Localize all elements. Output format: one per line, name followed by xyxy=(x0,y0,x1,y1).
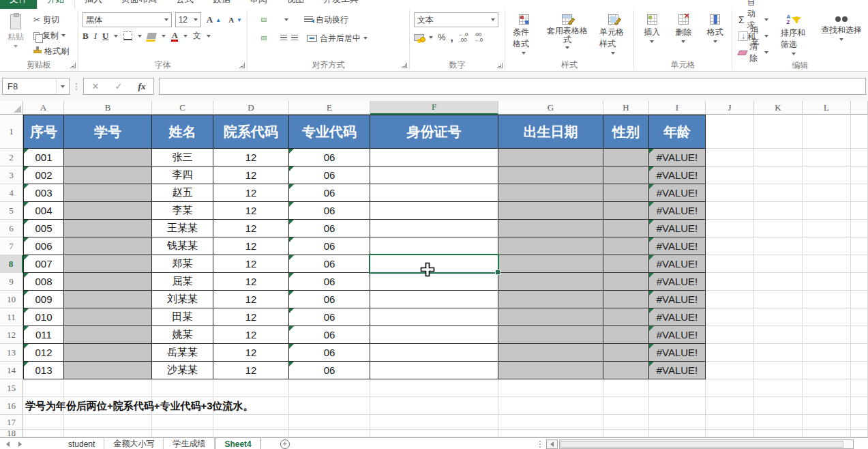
cell-I14[interactable]: #VALUE! xyxy=(649,362,706,379)
cell-A7[interactable]: 006 xyxy=(23,237,64,255)
cell-E13[interactable]: 06 xyxy=(289,344,370,362)
underline-button[interactable]: U xyxy=(102,31,108,42)
grid-cell[interactable] xyxy=(706,415,754,430)
row-header-7[interactable]: 7 xyxy=(0,237,23,255)
cell-I3[interactable]: #VALUE! xyxy=(649,166,706,184)
cell-G13[interactable] xyxy=(498,344,603,362)
cell-F10[interactable] xyxy=(370,291,498,308)
cell-C11[interactable]: 田某 xyxy=(152,308,213,326)
cell-H4[interactable] xyxy=(603,184,649,202)
cell-H1[interactable]: 性别 xyxy=(603,115,649,149)
grid-cell[interactable] xyxy=(803,326,851,344)
row-header-11[interactable]: 11 xyxy=(0,308,23,326)
grid-cell[interactable] xyxy=(803,149,851,166)
scrollbar-resize-handle[interactable] xyxy=(538,441,542,448)
grid-cell[interactable] xyxy=(152,430,213,437)
grid-cell[interactable] xyxy=(706,115,754,149)
cell-A5[interactable]: 004 xyxy=(23,202,64,220)
cell-E3[interactable]: 06 xyxy=(289,166,370,184)
column-header-C[interactable]: C xyxy=(152,101,213,115)
grid-cell[interactable] xyxy=(706,362,754,379)
grid-cell[interactable] xyxy=(649,430,706,437)
grid-cell[interactable] xyxy=(706,430,754,437)
cell-F1[interactable]: 身份证号 xyxy=(370,115,498,149)
row-header-18[interactable]: 18 xyxy=(0,430,23,437)
cell-C14[interactable]: 沙某某 xyxy=(152,362,213,379)
cell-G2[interactable] xyxy=(498,149,603,166)
cell-D4[interactable]: 12 xyxy=(213,184,289,202)
cut-button[interactable]: ✂ 剪切 xyxy=(31,12,71,27)
cell-B12[interactable] xyxy=(64,326,152,344)
grid-cell[interactable] xyxy=(803,291,851,308)
cell-H7[interactable] xyxy=(603,237,649,255)
column-header-D[interactable]: D xyxy=(213,101,289,115)
cell-D14[interactable]: 12 xyxy=(213,362,289,379)
cell-I4[interactable]: #VALUE! xyxy=(649,184,706,202)
cell-E2[interactable]: 06 xyxy=(289,149,370,166)
grid-cell[interactable] xyxy=(851,202,868,220)
cell-C3[interactable]: 李四 xyxy=(152,166,213,184)
cell-H13[interactable] xyxy=(603,344,649,362)
grid-cell[interactable] xyxy=(289,415,370,430)
cell-note-A16[interactable]: 学号为年份后两位+院系代码+专业代码+3位流水。 xyxy=(25,397,254,415)
grow-font-button[interactable]: A▲ xyxy=(205,12,223,27)
grid-cell[interactable] xyxy=(213,430,289,437)
grid-cell[interactable] xyxy=(803,397,851,415)
grid-cell[interactable] xyxy=(754,166,803,184)
cell-D10[interactable]: 12 xyxy=(213,291,289,308)
select-all-corner[interactable] xyxy=(0,101,23,115)
grid-cell[interactable] xyxy=(706,220,754,237)
delete-cells-button[interactable]: 删除 xyxy=(672,12,695,59)
cell-A11[interactable]: 010 xyxy=(23,308,64,326)
grid-cell[interactable] xyxy=(803,430,851,437)
cell-F3[interactable] xyxy=(370,166,498,184)
cell-E14[interactable]: 06 xyxy=(289,362,370,379)
column-header-A[interactable]: A xyxy=(23,101,64,115)
cell-E9[interactable]: 06 xyxy=(289,273,370,291)
cell-H12[interactable] xyxy=(603,326,649,344)
grid-cell[interactable] xyxy=(64,379,152,397)
grid-cell[interactable] xyxy=(851,430,868,437)
cell-D8[interactable]: 12 xyxy=(213,255,289,273)
grid-cell[interactable] xyxy=(803,255,851,273)
shrink-font-button[interactable]: A▼ xyxy=(226,12,244,27)
phonetic-button[interactable]: 文 xyxy=(193,30,201,42)
cell-C9[interactable]: 屈某 xyxy=(152,273,213,291)
column-header-L[interactable]: L xyxy=(803,101,851,115)
cell-H9[interactable] xyxy=(603,273,649,291)
cell-F13[interactable] xyxy=(370,344,498,362)
grid-cell[interactable] xyxy=(754,202,803,220)
sort-filter-button[interactable]: AZ 排序和筛选 xyxy=(777,12,811,60)
grid-cell[interactable] xyxy=(803,344,851,362)
grid-cell[interactable] xyxy=(152,415,213,430)
cell-D2[interactable]: 12 xyxy=(213,149,289,166)
cell-G9[interactable] xyxy=(498,273,603,291)
cell-C5[interactable]: 李某 xyxy=(152,202,213,220)
sheet-tab-amount[interactable]: 金额大小写 xyxy=(104,438,164,449)
cell-G3[interactable] xyxy=(498,166,603,184)
cell-C12[interactable]: 姚某 xyxy=(152,326,213,344)
decrease-decimal-button[interactable]: .00 →.0 xyxy=(473,32,483,43)
grid-cell[interactable] xyxy=(706,273,754,291)
grid-cell[interactable] xyxy=(851,237,868,255)
cell-D3[interactable]: 12 xyxy=(213,166,289,184)
grid-cell[interactable] xyxy=(851,362,868,379)
cell-B2[interactable] xyxy=(64,149,152,166)
grid-cell[interactable] xyxy=(754,362,803,379)
fill-color-button[interactable] xyxy=(147,33,157,39)
grid-cell[interactable] xyxy=(649,379,706,397)
row-header-10[interactable]: 10 xyxy=(0,291,23,308)
cell-C8[interactable]: 郑某 xyxy=(152,255,213,273)
grid-cell[interactable] xyxy=(603,430,649,437)
increase-decimal-button[interactable]: ←.0 .00 xyxy=(458,32,468,43)
tab-home[interactable]: 开始 xyxy=(37,0,75,9)
format-cells-button[interactable]: 格式 xyxy=(704,12,727,59)
row-header-17[interactable]: 17 xyxy=(0,415,23,430)
cell-I11[interactable]: #VALUE! xyxy=(649,308,706,326)
cell-B5[interactable] xyxy=(64,202,152,220)
format-as-table-button[interactable]: 套用表格格式 xyxy=(543,12,592,59)
cell-E12[interactable]: 06 xyxy=(289,326,370,344)
align-middle-button[interactable] xyxy=(261,18,267,22)
grid-cell[interactable] xyxy=(289,430,370,437)
grid-cell[interactable] xyxy=(603,379,649,397)
